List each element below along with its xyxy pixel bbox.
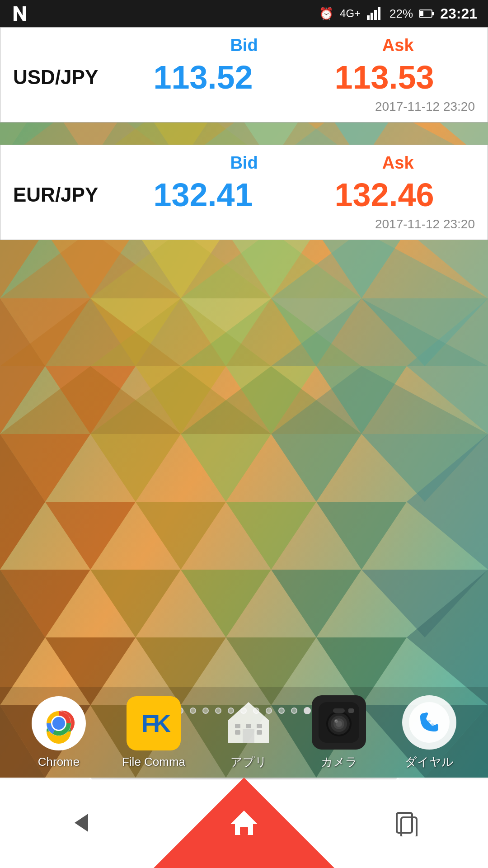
svg-rect-103 bbox=[257, 724, 262, 728]
bid-label-2: Bid bbox=[167, 153, 321, 173]
ask-value-1: 113.53 bbox=[294, 59, 475, 96]
svg-rect-115 bbox=[348, 708, 354, 713]
status-time: 23:21 bbox=[440, 5, 477, 22]
network-label: 4G+ bbox=[340, 7, 361, 20]
bid-label-1: Bid bbox=[167, 36, 321, 55]
home-button[interactable] bbox=[217, 796, 271, 850]
dialer-icon bbox=[402, 695, 456, 750]
battery-label: 22% bbox=[389, 7, 413, 21]
svg-rect-2 bbox=[374, 10, 377, 20]
currency-pair-2: EUR/JPY bbox=[13, 184, 113, 206]
camera-label: カメラ bbox=[321, 754, 357, 770]
dock-item-camera[interactable]: カメラ bbox=[312, 695, 366, 770]
dialer-label: ダイヤル bbox=[405, 754, 454, 770]
alarm-icon: ⏰ bbox=[319, 7, 333, 21]
forex-header-2: Bid Ask bbox=[13, 153, 475, 173]
back-button[interactable] bbox=[54, 796, 108, 850]
apps-icon bbox=[221, 695, 276, 750]
ask-value-2: 132.46 bbox=[294, 176, 475, 213]
svg-rect-101 bbox=[235, 724, 240, 728]
svg-rect-5 bbox=[432, 12, 434, 15]
timestamp-1: 2017-11-12 23:20 bbox=[13, 99, 475, 114]
svg-point-117 bbox=[425, 723, 427, 726]
svg-text:K: K bbox=[153, 710, 171, 737]
svg-point-119 bbox=[431, 723, 434, 726]
svg-point-118 bbox=[428, 720, 431, 722]
svg-rect-1 bbox=[371, 13, 373, 20]
forex-header-1: Bid Ask bbox=[13, 36, 475, 55]
svg-marker-125 bbox=[75, 814, 88, 832]
dock-item-dialer[interactable]: ダイヤル bbox=[402, 695, 456, 770]
svg-rect-105 bbox=[257, 730, 262, 735]
camera-icon bbox=[312, 695, 366, 750]
app-dock: Chrome F K File Comma bbox=[0, 687, 488, 778]
svg-rect-128 bbox=[397, 813, 412, 833]
svg-point-113 bbox=[335, 720, 337, 722]
signal-icon bbox=[367, 7, 383, 20]
svg-point-95 bbox=[52, 717, 65, 730]
navigation-bar bbox=[0, 778, 488, 868]
apps-label: アプリ bbox=[230, 754, 267, 770]
svg-rect-3 bbox=[378, 7, 380, 20]
svg-rect-6 bbox=[420, 11, 423, 16]
forex-widget-usdjpy[interactable]: Bid Ask USD/JPY 113.52 113.53 2017-11-12… bbox=[0, 27, 488, 123]
nexus-logo-icon bbox=[11, 5, 29, 23]
forex-pair-row-2: EUR/JPY 132.41 132.46 bbox=[13, 176, 475, 213]
dock-item-filecommander[interactable]: F K File Comma bbox=[122, 696, 185, 769]
status-bar-right: ⏰ 4G+ 22% 23:21 bbox=[319, 5, 477, 22]
recents-button[interactable] bbox=[380, 796, 434, 850]
forex-widget-eurjpy[interactable]: Bid Ask EUR/JPY 132.41 132.46 2017-11-12… bbox=[0, 145, 488, 240]
bid-value-2: 132.41 bbox=[113, 176, 294, 213]
svg-rect-100 bbox=[243, 729, 254, 743]
svg-rect-127 bbox=[240, 827, 248, 835]
chrome-label: Chrome bbox=[38, 755, 80, 769]
currency-pair-1: USD/JPY bbox=[13, 66, 113, 89]
forex-pair-row-1: USD/JPY 113.52 113.53 bbox=[13, 59, 475, 96]
svg-rect-102 bbox=[246, 724, 251, 728]
status-bar: ⏰ 4G+ 22% 23:21 bbox=[0, 0, 488, 27]
battery-icon bbox=[419, 9, 434, 18]
wallpaper bbox=[0, 27, 488, 778]
filecommander-label: File Comma bbox=[122, 755, 185, 769]
dock-item-chrome[interactable]: Chrome bbox=[32, 696, 86, 769]
dock-item-apps[interactable]: アプリ bbox=[221, 695, 276, 770]
svg-rect-114 bbox=[333, 708, 345, 713]
svg-rect-0 bbox=[367, 15, 370, 20]
chrome-icon bbox=[32, 696, 86, 750]
svg-rect-104 bbox=[235, 730, 240, 735]
ask-label-1: Ask bbox=[321, 36, 475, 55]
bid-value-1: 113.52 bbox=[113, 59, 294, 96]
status-bar-left bbox=[11, 5, 29, 23]
filecommander-icon: F K bbox=[127, 696, 181, 750]
timestamp-2: 2017-11-12 23:20 bbox=[13, 217, 475, 231]
ask-label-2: Ask bbox=[321, 153, 475, 173]
